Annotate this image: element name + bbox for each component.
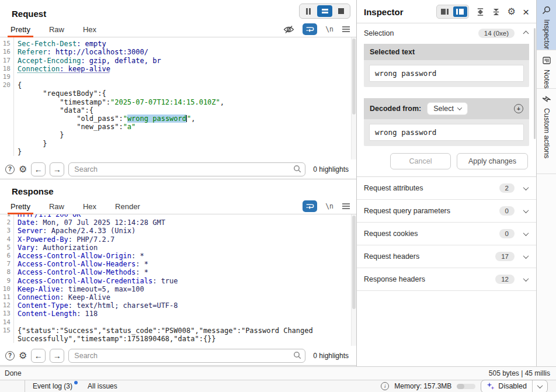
search-settings-gear-icon[interactable]: ⚙ (19, 165, 27, 174)
search-settings-gear-icon[interactable]: ⚙ (19, 351, 27, 360)
ai-dropdown-chevron[interactable] (532, 380, 547, 392)
editor-line[interactable]: 8Access-Control-Allow-Methods: * (0, 268, 356, 276)
editor-line[interactable]: 20{ (0, 81, 356, 89)
editor-line[interactable]: } (0, 131, 356, 139)
editor-line[interactable]: "new_pass":"a" (0, 123, 356, 131)
next-match-button[interactable]: → (50, 349, 64, 363)
chevron-down-icon (523, 253, 529, 259)
section-request-cookies[interactable]: Request cookies 0 (357, 223, 536, 245)
hide-eye-icon[interactable] (283, 25, 294, 34)
layout-rows-button[interactable] (317, 5, 332, 17)
editor-line[interactable]: 4X-Powered-By: PHP/7.2.7 (0, 235, 356, 244)
dock-right-button[interactable] (453, 6, 467, 17)
sidebar-tab-custom-actions[interactable]: Custom actions (537, 89, 556, 174)
show-newlines-toggle[interactable]: \n (325, 202, 333, 210)
editor-line[interactable]: 3Server: Apache/2.4.33 (Unix) (0, 227, 356, 235)
editor-line[interactable]: 19 (0, 73, 356, 81)
sidebar-tab-inspector[interactable]: Inspector (537, 0, 556, 50)
add-decoding-icon[interactable]: + (514, 104, 523, 113)
tab-request-raw[interactable]: Raw (49, 25, 64, 37)
section-request-attributes[interactable]: Request attributes 2 (357, 177, 536, 200)
expand-all-icon[interactable] (476, 8, 485, 16)
layout-columns-button[interactable] (301, 5, 316, 17)
burp-ai-button[interactable]: Disabled (481, 380, 548, 392)
decoded-value[interactable]: wrong password (369, 124, 524, 141)
sidebar-tab-notes[interactable]: Notes (537, 50, 556, 89)
response-editor[interactable]: 1HTTP/1.1 200 OK2Date: Mon, 07 Jul 2025 … (0, 214, 356, 346)
inspector-header: Inspector ⚙ (357, 0, 536, 23)
editor-line[interactable]: 16Referer: http://localhost:3000/ (0, 48, 356, 56)
response-search-input[interactable] (68, 349, 305, 363)
editor-line[interactable]: "data":{ (0, 106, 356, 115)
editor-line[interactable]: } (0, 148, 356, 156)
count-badge: 12 (495, 275, 515, 284)
request-title-row: Request (0, 0, 356, 23)
info-icon[interactable]: i (381, 382, 389, 390)
editor-menu-icon[interactable] (342, 26, 350, 33)
editor-line[interactable]: 15{"status":"Success","status_code":"PSW… (0, 327, 356, 343)
editor-line[interactable]: 2Date: Mon, 07 Jul 2025 12:14:28 GMT (0, 218, 356, 227)
editor-line[interactable]: } (0, 140, 356, 148)
request-editor[interactable]: 1415Sec-Fetch-Dest: empty16Referer: http… (0, 37, 356, 159)
editor-line[interactable]: 5Vary: Authorization (0, 244, 356, 252)
prev-match-button[interactable]: ← (31, 162, 46, 176)
cancel-button[interactable]: Cancel (390, 153, 451, 169)
layout-single-button[interactable] (333, 5, 349, 17)
close-icon[interactable]: × (523, 6, 529, 18)
inspector-scrollbar[interactable] (534, 28, 536, 139)
editor-line[interactable]: 12Content-Type: text/html; charset=UTF-8 (0, 301, 356, 310)
tab-request-pretty[interactable]: Pretty (11, 25, 30, 37)
editor-line[interactable]: 18Connection: keep-alive (0, 65, 356, 73)
search-icon (293, 351, 301, 359)
editor-line[interactable]: "old_pass":"wrong password", (0, 115, 356, 123)
request-scrollbar[interactable] (351, 37, 356, 159)
editor-line[interactable]: 13Content-Length: 118 (0, 310, 356, 318)
inspector-settings-gear-icon[interactable]: ⚙ (508, 7, 516, 16)
response-scrollbar[interactable] (351, 214, 356, 346)
section-request-headers[interactable]: Request headers 17 (357, 245, 536, 268)
collapse-all-icon[interactable] (492, 8, 501, 16)
response-title-row: Response (0, 179, 356, 200)
dock-left-button[interactable] (438, 6, 452, 17)
editor-line[interactable]: 9Access-Control-Allow-Credentials: true (0, 277, 356, 285)
decoded-from-select[interactable]: Select (427, 102, 468, 115)
show-newlines-toggle[interactable]: \n (325, 25, 333, 33)
tab-response-render[interactable]: Render (115, 202, 140, 214)
tab-response-raw[interactable]: Raw (49, 202, 64, 214)
selected-text-value[interactable]: wrong password (369, 65, 524, 82)
next-match-button[interactable]: → (50, 162, 64, 176)
editor-line[interactable]: 17Accept-Encoding: gzip, deflate, br (0, 57, 356, 65)
apply-changes-button[interactable]: Apply changes (457, 153, 528, 169)
section-response-headers[interactable]: Response headers 12 (357, 268, 536, 291)
editor-line[interactable]: 7Access-Control-Allow-Headers: * (0, 260, 356, 268)
selection-section-header[interactable]: Selection 14 (0xe) (357, 23, 536, 43)
request-search-input[interactable] (68, 162, 305, 176)
help-icon[interactable]: ? (5, 165, 15, 174)
section-request-query-parameters[interactable]: Request query parameters 0 (357, 200, 536, 223)
notes-icon (542, 57, 551, 65)
editor-line[interactable]: 10Keep-Alive: timeout=5, max=100 (0, 285, 356, 293)
editor-line[interactable]: 11Connection: Keep-Alive (0, 293, 356, 301)
word-wrap-toggle[interactable] (303, 23, 317, 35)
editor-line[interactable]: 15Sec-Fetch-Dest: empty (0, 40, 356, 48)
editor-line[interactable]: 6Access-Control-Allow-Origin: * (0, 252, 356, 260)
help-icon[interactable]: ? (5, 351, 15, 360)
chevron-down-icon (523, 230, 529, 236)
all-issues-button[interactable]: All issues (88, 382, 117, 390)
tab-response-hex[interactable]: Hex (83, 202, 96, 214)
selected-text-header: Selected text (364, 44, 529, 60)
response-tabs: Pretty Raw Hex Render \n (0, 200, 356, 214)
chevron-up-icon (523, 30, 529, 36)
editor-line[interactable]: "timestamp":"2025-07-07T12:14:15.010Z", (0, 98, 356, 106)
app-status-bar: Event log (3) All issues i Memory: 157.3… (0, 380, 556, 392)
tab-response-pretty[interactable]: Pretty (11, 202, 30, 214)
editor-menu-icon[interactable] (342, 203, 350, 210)
word-wrap-toggle[interactable] (303, 200, 317, 212)
editor-line[interactable]: 14 (0, 318, 356, 327)
count-badge: 0 (499, 206, 515, 216)
editor-line[interactable]: "requestBody":{ (0, 89, 356, 98)
event-log-button[interactable]: Event log (3) (33, 382, 72, 390)
tab-request-hex[interactable]: Hex (83, 25, 96, 37)
editor-line[interactable]: 1HTTP/1.1 200 OK (0, 214, 356, 218)
prev-match-button[interactable]: ← (31, 349, 46, 363)
